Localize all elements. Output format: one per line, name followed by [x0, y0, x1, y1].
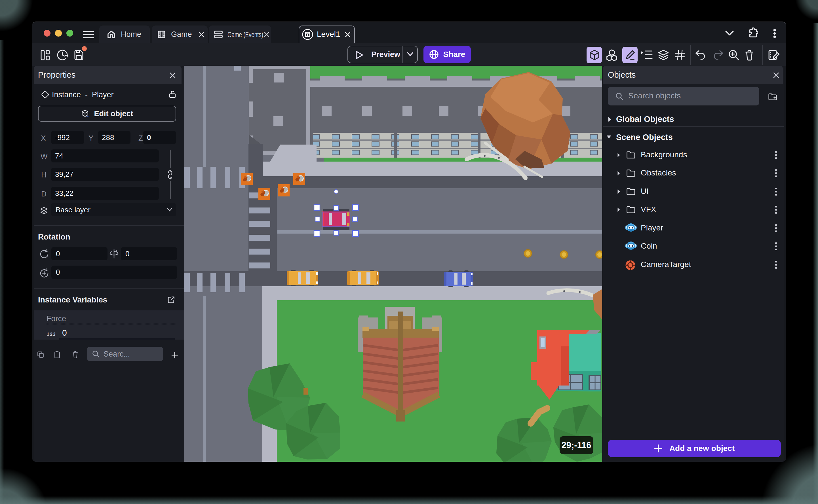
svg-text:3D: 3D: [86, 115, 89, 118]
svg-text:29;-116: 29;-116: [561, 440, 591, 450]
